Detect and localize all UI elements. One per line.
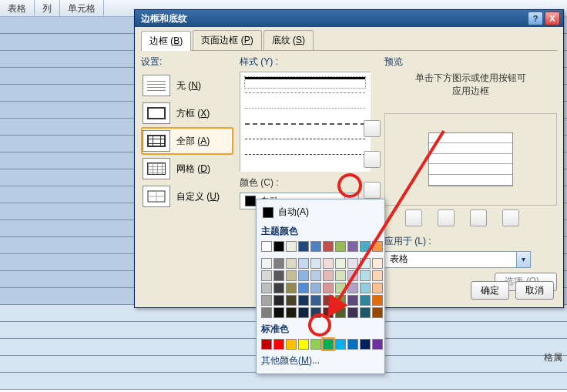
color-swatch[interactable] [360,283,371,293]
color-swatch[interactable] [286,295,297,306]
color-swatch[interactable] [360,258,371,269]
setting-custom[interactable]: 自定义 (U) [141,183,233,210]
edge-top-button[interactable] [364,120,381,137]
color-swatch[interactable] [335,258,346,269]
color-swatch[interactable] [273,283,284,293]
color-swatch[interactable] [335,283,346,293]
color-swatch[interactable] [261,339,272,350]
color-swatch[interactable] [286,283,297,293]
color-swatch[interactable] [286,339,297,350]
color-swatch[interactable] [360,295,371,306]
style-dash[interactable] [245,92,365,103]
color-swatch[interactable] [273,270,284,281]
ok-button[interactable]: 确定 [471,281,509,300]
color-swatch[interactable] [372,241,383,252]
style-dash2[interactable] [245,139,365,149]
color-swatch[interactable] [347,339,358,350]
color-swatch[interactable] [273,295,284,306]
tab-shading[interactable]: 底纹 (S) [263,30,314,50]
edge-vmid-button[interactable] [470,209,487,226]
color-swatch[interactable] [360,241,371,252]
color-swatch[interactable] [261,307,272,318]
color-swatch[interactable] [323,270,334,281]
setting-grid[interactable]: 网格 (D) [141,155,233,183]
color-swatch[interactable] [310,258,321,269]
color-swatch[interactable] [261,295,272,306]
thead-col[interactable]: 列 [35,0,60,16]
close-button[interactable]: X [545,12,560,25]
color-swatch[interactable] [347,270,358,281]
cancel-button[interactable]: 取消 [515,281,554,300]
color-swatch[interactable] [298,339,309,350]
color-swatch[interactable] [286,241,297,252]
style-dot[interactable] [245,108,365,119]
color-swatch[interactable] [372,283,383,293]
color-swatch[interactable] [335,307,346,318]
color-swatch[interactable] [298,307,309,318]
color-swatch[interactable] [310,339,321,350]
help-button[interactable]: ? [528,12,543,25]
color-swatch[interactable] [298,270,309,281]
titlebar[interactable]: 边框和底纹 ? X [135,10,563,27]
more-colors-option[interactable]: 其他颜色(M)... [260,351,381,370]
color-swatch[interactable] [310,295,321,306]
setting-all[interactable]: 全部 (A) [141,127,233,155]
color-swatch[interactable] [360,270,371,281]
color-swatch[interactable] [273,307,284,318]
apply-dropdown-button[interactable] [516,252,530,267]
color-swatch[interactable] [335,270,346,281]
color-swatch[interactable] [298,258,309,269]
color-swatch[interactable] [372,339,383,350]
color-swatch[interactable] [323,283,334,293]
edge-bottom-button[interactable] [364,182,381,199]
color-swatch[interactable] [286,270,297,281]
color-swatch[interactable] [372,270,383,281]
setting-box[interactable]: 方框 (X) [141,99,233,127]
color-swatch[interactable] [360,307,371,318]
color-swatch[interactable] [273,339,284,350]
color-swatch[interactable] [273,258,284,269]
edge-hmid-button[interactable] [364,151,381,168]
apply-combo[interactable]: 表格 [384,251,531,268]
thead-cell[interactable]: 单元格 [60,0,104,16]
color-swatch[interactable] [347,283,358,293]
color-swatch[interactable] [360,339,371,350]
color-swatch[interactable] [310,270,321,281]
color-swatch[interactable] [347,295,358,306]
color-swatch[interactable] [298,295,309,306]
color-swatch[interactable] [372,258,383,269]
thead-table[interactable]: 表格 [0,0,35,16]
color-swatch[interactable] [323,258,334,269]
color-auto-option[interactable]: 自动(A) [260,203,381,222]
color-swatch[interactable] [335,339,346,350]
color-swatch[interactable] [261,283,272,293]
edge-diag1-button[interactable] [405,209,422,226]
color-swatch[interactable] [273,241,284,252]
edge-right-button[interactable] [502,209,519,226]
color-swatch[interactable] [261,258,272,269]
color-swatch[interactable] [310,283,321,293]
tab-page-border[interactable]: 页面边框 (P) [193,30,261,50]
color-swatch[interactable] [323,295,334,306]
color-swatch[interactable] [286,258,297,269]
color-swatch[interactable] [335,295,346,306]
color-swatch[interactable] [261,270,272,281]
setting-none[interactable]: 无 (N) [141,72,233,99]
style-dashdot[interactable] [245,123,365,134]
color-swatch[interactable] [298,241,309,252]
style-list[interactable] [240,72,371,172]
color-swatch[interactable] [372,307,383,318]
style-dash3[interactable] [245,154,365,165]
color-swatch[interactable] [310,241,321,252]
color-swatch[interactable] [323,307,334,318]
color-swatch[interactable] [261,241,272,252]
edge-left-button[interactable] [438,209,455,226]
style-solid[interactable] [245,77,365,88]
color-swatch[interactable] [347,241,358,252]
color-swatch[interactable] [298,283,309,293]
tab-border[interactable]: 边框 (B) [141,31,191,51]
color-swatch[interactable] [323,339,334,350]
color-swatch[interactable] [335,241,346,252]
color-swatch[interactable] [347,307,358,318]
color-swatch[interactable] [372,295,383,306]
